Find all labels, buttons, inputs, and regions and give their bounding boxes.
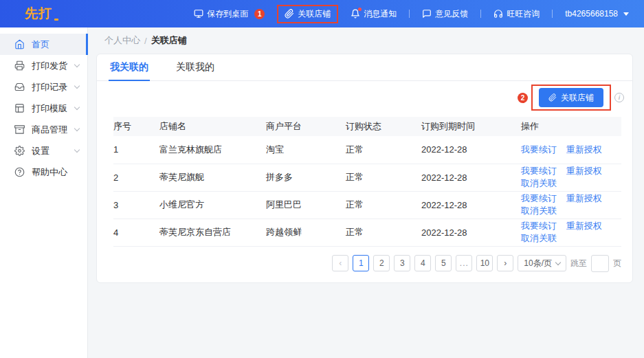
renew-link[interactable]: 我要续订 [521, 221, 557, 231]
speech-bubble-icon [422, 9, 432, 19]
column-header-shop-name: 店铺名 [159, 117, 266, 136]
save-to-desktop-button[interactable]: 保存到桌面 [194, 8, 248, 20]
breadcrumb-parent[interactable]: 个人中心 [104, 34, 140, 47]
cell-index: 3 [113, 191, 159, 219]
jump-page-input[interactable] [591, 255, 609, 272]
logo-underscore-mark [54, 19, 58, 21]
logo-text: 先打 [25, 5, 52, 23]
unlink-link[interactable]: 取消关联 [521, 233, 557, 243]
renew-link[interactable]: 我要续订 [521, 166, 557, 176]
page-size-select[interactable]: 10条/页 [518, 255, 566, 271]
link-shop-nav-button[interactable]: 关联店铺 [285, 8, 331, 20]
paperclip-icon [548, 93, 557, 102]
cell-shop-name: 蒂芙尼京东自营店 [159, 219, 266, 246]
caret-down-icon [623, 12, 629, 16]
tab-my-linked[interactable]: 我关联的 [109, 54, 150, 81]
home-icon [14, 39, 25, 49]
unlink-link[interactable]: 取消关联 [521, 178, 557, 188]
page-button-5[interactable]: 5 [435, 255, 452, 271]
headset-icon [493, 9, 503, 19]
table-header-row: 序号 店铺名 商户平台 订购状态 订购到期时间 操作 [113, 117, 621, 136]
cell-expire: 2022-12-28 [421, 164, 521, 191]
prev-page-button[interactable]: ‹ [332, 255, 348, 271]
cell-status: 正常 [346, 164, 421, 191]
cell-index: 1 [113, 136, 159, 164]
template-icon [14, 103, 25, 113]
sidebar-item-home[interactable]: 首页 [0, 34, 87, 55]
notifications-button[interactable]: 消息通知 [351, 8, 397, 20]
bell-icon [351, 9, 360, 19]
reauthorize-link[interactable]: 重新授权 [566, 144, 602, 155]
page-size-value: 10条/页 [524, 258, 552, 269]
chevron-down-icon [74, 104, 80, 110]
cell-platform: 阿里巴巴 [266, 191, 346, 219]
reauthorize-link[interactable]: 重新授权 [566, 221, 602, 231]
app-logo: 先打 [25, 5, 58, 23]
page-button-4[interactable]: 4 [414, 255, 431, 271]
breadcrumb: 个人中心 / 关联店铺 [88, 27, 644, 54]
gear-icon [14, 146, 25, 156]
info-icon[interactable]: i [614, 93, 624, 102]
annotation-box-2: 关联店铺 [531, 85, 611, 111]
page-button-2[interactable]: 2 [373, 255, 390, 271]
notifications-label: 消息通知 [364, 8, 397, 20]
linked-shops-card: 我关联的 关联我的 2 关联店铺 i 序号 店 [96, 54, 633, 283]
cell-platform: 跨越领鲜 [266, 219, 346, 246]
table-row: 2 蒂芙尼旗舰 拼多多 正常 2022-12-28 我要续订 重新授权 取消关联 [113, 164, 621, 191]
page-button-3[interactable]: 3 [394, 255, 410, 271]
link-shop-button[interactable]: 关联店铺 [539, 88, 603, 107]
annotation-step-2-badge: 2 [518, 93, 528, 103]
annotation-step-1-badge: 1 [254, 9, 265, 19]
link-shop-nav-label: 关联店铺 [298, 8, 331, 20]
sidebar-item-help-center[interactable]: 帮助中心 [0, 161, 87, 183]
page-button-1[interactable]: 1 [353, 255, 369, 271]
unlink-link[interactable]: 取消关联 [521, 205, 557, 216]
sidebar-item-print-shipping[interactable]: 打印发货 [0, 55, 87, 76]
nav-divider [409, 10, 410, 18]
feedback-button[interactable]: 意见反馈 [422, 8, 468, 20]
user-account-dropdown[interactable]: tb4265668158 [565, 9, 629, 19]
renew-link[interactable]: 我要续订 [521, 193, 557, 203]
chevron-down-icon [74, 62, 80, 67]
cell-expire: 2022-12-28 [421, 136, 521, 164]
cell-index: 2 [113, 164, 159, 191]
notification-dot [358, 8, 362, 11]
chevron-down-icon [74, 126, 80, 131]
sidebar-item-settings[interactable]: 设置 [0, 140, 87, 161]
annotation-box-1: 关联店铺 [277, 5, 338, 23]
toolbar: 2 关联店铺 i [97, 81, 632, 114]
cell-index: 4 [113, 219, 159, 246]
main-content: 个人中心 / 关联店铺 我关联的 关联我的 2 关联店铺 i [88, 27, 644, 358]
cell-expire: 2022-12-28 [421, 219, 521, 246]
sidebar-item-print-records[interactable]: 打印记录 [0, 76, 87, 98]
wangwang-consult-button[interactable]: 旺旺咨询 [493, 8, 540, 20]
next-page-button[interactable]: › [497, 255, 513, 271]
sidebar-item-goods-management[interactable]: 商品管理 [0, 119, 87, 140]
reauthorize-link[interactable]: 重新授权 [566, 193, 602, 203]
help-circle-icon [14, 167, 25, 177]
column-header-index: 序号 [113, 117, 159, 136]
nav-divider [480, 10, 481, 18]
chevron-down-icon [555, 259, 561, 265]
cell-platform: 淘宝 [266, 136, 346, 164]
renew-link[interactable]: 我要续订 [521, 144, 557, 155]
package-icon [14, 124, 25, 135]
nav-divider [552, 10, 553, 18]
cell-shop-name: 蒂芙尼旗舰 [159, 164, 266, 191]
reauthorize-link[interactable]: 重新授权 [566, 166, 602, 176]
chevron-down-icon [74, 147, 80, 153]
cell-status: 正常 [346, 136, 421, 164]
feedback-label: 意见反馈 [435, 8, 468, 20]
consult-label: 旺旺咨询 [507, 8, 540, 20]
sidebar-item-print-templates[interactable]: 打印模版 [0, 98, 87, 119]
column-header-expire: 订购到期时间 [421, 117, 521, 136]
page-ellipsis-button[interactable]: ... [456, 255, 472, 271]
sidebar-item-label: 打印记录 [32, 81, 68, 93]
pagination: ‹ 1 2 3 4 5 ... 10 › 10条/页 跳至 页 [108, 255, 621, 272]
page-button-10[interactable]: 10 [476, 255, 493, 271]
cell-expire: 2022-12-28 [421, 191, 521, 219]
top-nav: 保存到桌面 1 关联店铺 消息通知 意见反馈 旺旺咨询 tb [194, 5, 629, 23]
sidebar-item-label: 首页 [32, 38, 79, 51]
sidebar-item-label: 打印发货 [32, 60, 68, 72]
tab-linked-me[interactable]: 关联我的 [175, 54, 216, 81]
